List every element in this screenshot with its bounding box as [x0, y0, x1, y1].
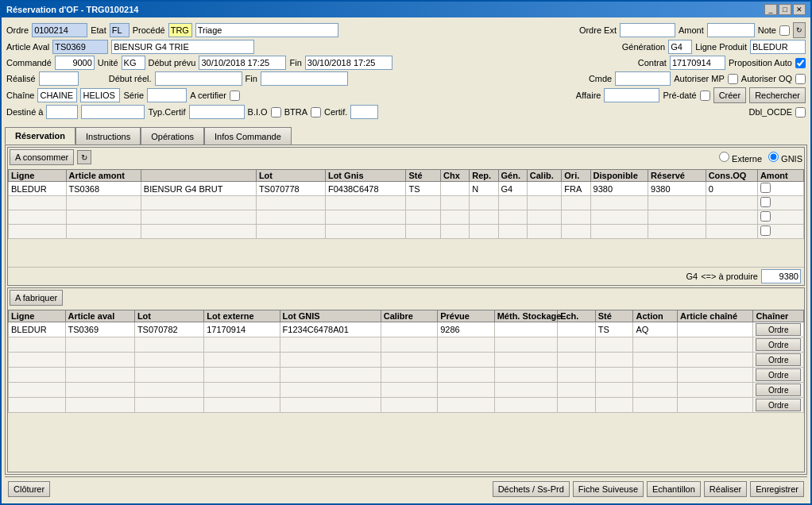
bcell-ligne: BLEDUR — [9, 322, 66, 337]
fin-input[interactable] — [305, 56, 392, 70]
fin2-input[interactable] — [261, 71, 348, 86]
bcell-prevue: 9286 — [438, 322, 495, 337]
cell-reserve: 9380 — [648, 182, 706, 196]
serie-input[interactable] — [147, 88, 187, 102]
destine-a-label: Destiné à — [6, 107, 43, 117]
debut-prevu-input[interactable] — [199, 56, 286, 70]
dbl-ocde-checkbox[interactable] — [795, 107, 806, 118]
chaine-input[interactable] — [37, 88, 77, 102]
chaine-label: Chaîne — [6, 91, 34, 100]
pre-date-checkbox[interactable] — [700, 91, 710, 101]
amont-checkbox-4[interactable] — [760, 226, 771, 236]
produce-value-input[interactable] — [761, 269, 801, 283]
top-toolbar: A consommer ↻ Externe GNIS — [8, 148, 804, 167]
col-reserve: Réservé — [648, 170, 706, 182]
procede-label: Procédé — [133, 25, 165, 35]
maximize-button[interactable]: □ — [779, 4, 791, 15]
tab-reservation[interactable]: Réservation — [5, 127, 75, 145]
radio-externe[interactable] — [719, 152, 729, 162]
bottom-table-scroll[interactable]: Ligne Article aval Lot Lot externe Lot G… — [8, 310, 804, 472]
ordre-ext-input[interactable] — [620, 23, 675, 37]
bio-checkbox[interactable] — [271, 107, 281, 118]
col-desc — [141, 170, 256, 182]
ordre-button-2[interactable]: Ordre — [756, 338, 801, 351]
cell-article: TS0368 — [66, 182, 141, 196]
creer-button[interactable]: Créer — [713, 87, 747, 103]
top-table-scroll[interactable]: Ligne Article amont Lot Lot Gnis Sté Chx… — [8, 169, 804, 267]
commande-label: Commandé — [6, 58, 52, 67]
certif-input[interactable] — [350, 105, 378, 119]
window-title: Réservation d'OF - TRG0100214 — [6, 5, 138, 14]
amont-checkbox-3[interactable] — [760, 211, 771, 222]
ordre-button-6[interactable]: Ordre — [756, 399, 801, 411]
col-ste: Sté — [406, 170, 441, 182]
debut-reel-input[interactable] — [155, 71, 242, 86]
ligne-produit-input[interactable] — [750, 40, 806, 54]
cloture-button[interactable]: Clôturer — [8, 481, 50, 497]
destine-a-input[interactable] — [46, 105, 78, 119]
col-disponible: Disponible — [590, 170, 648, 182]
refresh-button[interactable]: ↻ — [793, 22, 806, 38]
echantillon-button[interactable]: Echantillon — [647, 481, 701, 497]
destine-a2-input[interactable] — [81, 105, 145, 119]
note-label: Note — [758, 25, 776, 35]
dechets-button[interactable]: Déchets / Ss-Prd — [493, 481, 570, 497]
amont-input[interactable] — [707, 23, 755, 37]
article-aval-label: Article Aval — [6, 42, 49, 52]
debut-prevu-label: Début prévu — [149, 58, 196, 67]
contrat-input[interactable] — [670, 56, 725, 70]
form-row-1: Ordre Etat Procédé Ordre Ext Amont Note … — [6, 22, 806, 38]
procede-input[interactable] — [168, 23, 192, 37]
fin2-label: Fin — [246, 74, 257, 83]
cell-gen: G4 — [498, 182, 527, 196]
bcol-lot-gnis: Lot GNIS — [280, 310, 381, 322]
bcol-lot: Lot — [134, 310, 203, 322]
helios-input[interactable] — [80, 88, 120, 102]
col-cons-oq: Cons.OQ — [706, 170, 757, 182]
realiser-button[interactable]: Réaliser — [704, 481, 747, 497]
ordre-button-1[interactable]: Ordre — [756, 323, 801, 336]
tab-infos-commande[interactable]: Infos Commande — [204, 127, 292, 145]
radio-gnis[interactable] — [768, 152, 779, 162]
minimize-button[interactable]: _ — [764, 4, 777, 15]
bcol-action: Action — [633, 310, 678, 322]
typ-certif-input[interactable] — [189, 105, 245, 119]
refresh-top-button[interactable]: ↻ — [77, 150, 91, 164]
unite-input[interactable] — [122, 56, 145, 70]
affaire-input[interactable] — [604, 88, 659, 102]
bcol-prevue: Prévue — [438, 310, 495, 322]
close-button[interactable]: ✕ — [793, 4, 806, 15]
a-fabriquer-button[interactable]: A fabriquer — [10, 290, 63, 306]
cmde-input[interactable] — [615, 71, 671, 86]
ordre-button-4[interactable]: Ordre — [756, 368, 801, 381]
generation-input[interactable] — [668, 40, 692, 54]
tab-operations[interactable]: Opérations — [141, 127, 204, 145]
etat-input[interactable] — [110, 23, 130, 37]
form-row-3: Commandé Unité Début prévu Fin Contrat P… — [6, 56, 806, 70]
rechercher-button[interactable]: Rechercher — [749, 87, 806, 103]
triage-input[interactable] — [195, 23, 338, 37]
ordre-button-5[interactable]: Ordre — [756, 384, 801, 396]
amont-checkbox-2[interactable] — [760, 197, 771, 207]
autoriser-oq-checkbox[interactable] — [795, 74, 806, 84]
article-aval-input[interactable] — [52, 40, 108, 54]
tab-instructions[interactable]: Instructions — [75, 127, 141, 145]
note-checkbox[interactable] — [779, 25, 790, 36]
autoriser-mp-checkbox[interactable] — [728, 74, 738, 84]
a-consommer-button[interactable]: A consommer — [10, 149, 74, 165]
fiche-suiveuse-button[interactable]: Fiche Suiveuse — [573, 481, 644, 497]
ordre-button-3[interactable]: Ordre — [756, 353, 801, 366]
btra-checkbox[interactable] — [311, 107, 321, 118]
amont-label: Amont — [679, 25, 704, 35]
enregistrer-button[interactable]: Enregistrer — [750, 481, 804, 497]
ordre-input[interactable] — [32, 23, 87, 37]
amont-checkbox[interactable] — [760, 183, 771, 193]
cell-calib — [527, 182, 562, 196]
serie-label: Série — [123, 91, 144, 100]
biensur-input[interactable] — [111, 40, 254, 54]
proposition-auto-checkbox[interactable] — [795, 58, 806, 68]
realise-input[interactable] — [39, 71, 79, 86]
bottom-table-row: BLEDUR TS0369 TS070782 17170914 F1234C64… — [9, 322, 804, 337]
commande-input[interactable] — [55, 56, 95, 70]
a-certifier-checkbox[interactable] — [230, 91, 240, 101]
